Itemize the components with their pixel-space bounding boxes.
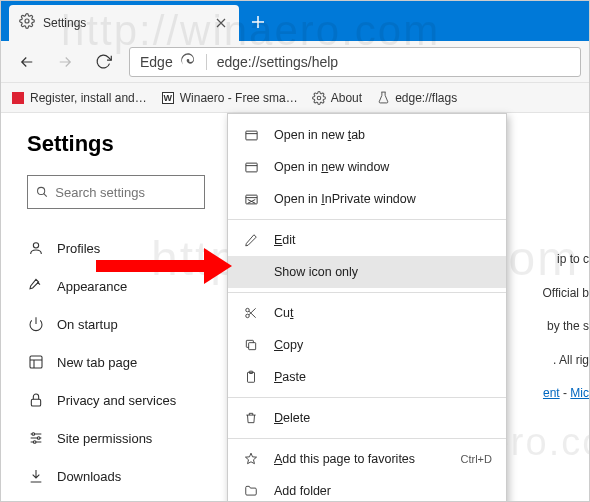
menu-add-folder[interactable]: Add folder bbox=[228, 475, 506, 502]
menu-open-new-window[interactable]: Open in new window bbox=[228, 151, 506, 183]
grid-icon bbox=[27, 354, 45, 370]
svg-rect-11 bbox=[245, 195, 256, 204]
window-icon bbox=[242, 128, 260, 143]
menu-show-icon-only[interactable]: Show icon only bbox=[228, 256, 506, 288]
menu-copy[interactable]: Copy bbox=[228, 329, 506, 361]
address-brand: Edge bbox=[130, 52, 206, 71]
folder-icon bbox=[242, 484, 260, 498]
gear-icon bbox=[19, 13, 35, 33]
menu-paste[interactable]: Paste bbox=[228, 361, 506, 393]
menu-delete[interactable]: Delete bbox=[228, 402, 506, 434]
favicon-icon: W bbox=[161, 91, 175, 105]
partial-text: ip to c Official b by the s . All rig en… bbox=[543, 243, 589, 411]
bookmark-item[interactable]: About bbox=[312, 91, 362, 105]
toolbar: Edge edge://settings/help bbox=[1, 41, 589, 83]
link[interactable]: ent bbox=[543, 386, 560, 400]
svg-point-6 bbox=[32, 433, 35, 436]
address-url: edge://settings/help bbox=[206, 54, 348, 70]
shortcut-label: Ctrl+D bbox=[461, 453, 492, 465]
page-title: Settings bbox=[27, 131, 221, 157]
sidebar-item-startup[interactable]: On startup bbox=[27, 305, 221, 343]
menu-cut[interactable]: Cut bbox=[228, 297, 506, 329]
window-icon bbox=[242, 160, 260, 175]
bookmark-item[interactable]: Register, install and… bbox=[11, 91, 147, 105]
svg-point-13 bbox=[246, 314, 250, 318]
star-icon bbox=[242, 452, 260, 466]
menu-open-inprivate[interactable]: Open in InPrivate window bbox=[228, 183, 506, 215]
address-bar[interactable]: Edge edge://settings/help bbox=[129, 47, 581, 77]
svg-point-0 bbox=[25, 19, 29, 23]
person-icon bbox=[27, 240, 45, 256]
brand-label: Edge bbox=[140, 54, 173, 70]
separator bbox=[228, 397, 506, 398]
pencil-icon bbox=[242, 233, 260, 247]
forward-button[interactable] bbox=[47, 44, 83, 80]
menu-open-new-tab[interactable]: Open in new tab bbox=[228, 119, 506, 151]
svg-rect-9 bbox=[245, 131, 256, 140]
copy-icon bbox=[242, 338, 260, 352]
clipboard-icon bbox=[242, 370, 260, 384]
inprivate-icon bbox=[242, 192, 260, 207]
bookmark-item[interactable]: W Winaero - Free sma… bbox=[161, 91, 298, 105]
annotation-arrow bbox=[96, 260, 206, 272]
close-tab-icon[interactable] bbox=[213, 15, 229, 31]
scissors-icon bbox=[242, 306, 260, 320]
edge-icon bbox=[180, 52, 196, 71]
browser-tab[interactable]: Settings bbox=[9, 5, 239, 41]
refresh-button[interactable] bbox=[85, 44, 121, 80]
search-input-wrap[interactable] bbox=[27, 175, 205, 209]
menu-add-favorites[interactable]: Add this page to favorites Ctrl+D bbox=[228, 443, 506, 475]
sidebar-item-site[interactable]: Site permissions bbox=[27, 419, 221, 457]
sidebar-item-privacy[interactable]: Privacy and services bbox=[27, 381, 221, 419]
link[interactable]: Mic bbox=[570, 386, 589, 400]
context-menu: Open in new tab Open in new window Open … bbox=[227, 113, 507, 502]
svg-rect-10 bbox=[245, 163, 256, 172]
svg-rect-14 bbox=[249, 343, 256, 350]
sidebar-item-appearance[interactable]: Appearance bbox=[27, 267, 221, 305]
search-icon bbox=[36, 185, 48, 199]
svg-rect-5 bbox=[31, 399, 40, 406]
svg-point-1 bbox=[317, 96, 321, 100]
separator bbox=[228, 292, 506, 293]
svg-point-3 bbox=[33, 243, 38, 248]
sidebar-item-languages[interactable]: Languages bbox=[27, 495, 221, 502]
bookmark-item[interactable]: edge://flags bbox=[376, 91, 457, 105]
search-input[interactable] bbox=[55, 185, 196, 200]
gear-icon bbox=[312, 91, 326, 105]
svg-point-2 bbox=[38, 187, 45, 194]
paint-icon bbox=[27, 278, 45, 294]
menu-edit[interactable]: Edit bbox=[228, 224, 506, 256]
sidebar-item-downloads[interactable]: Downloads bbox=[27, 457, 221, 495]
trash-icon bbox=[242, 411, 260, 425]
sidebar-item-newtab[interactable]: New tab page bbox=[27, 343, 221, 381]
bookmarks-bar: Register, install and… W Winaero - Free … bbox=[1, 83, 589, 113]
new-tab-button[interactable] bbox=[243, 7, 273, 37]
power-icon bbox=[27, 316, 45, 332]
lock-icon bbox=[27, 392, 45, 408]
back-button[interactable] bbox=[9, 44, 45, 80]
svg-point-8 bbox=[33, 441, 36, 444]
separator bbox=[228, 219, 506, 220]
separator bbox=[228, 438, 506, 439]
favicon-icon bbox=[11, 91, 25, 105]
sliders-icon bbox=[27, 430, 45, 446]
settings-sidebar: Settings Profiles Appearance On startup … bbox=[1, 113, 221, 501]
svg-point-7 bbox=[37, 437, 40, 440]
svg-point-12 bbox=[246, 308, 250, 312]
tab-title: Settings bbox=[43, 16, 205, 30]
svg-rect-4 bbox=[30, 356, 42, 368]
title-bar: Settings bbox=[1, 1, 589, 41]
download-icon bbox=[27, 468, 45, 484]
flask-icon bbox=[376, 91, 390, 105]
